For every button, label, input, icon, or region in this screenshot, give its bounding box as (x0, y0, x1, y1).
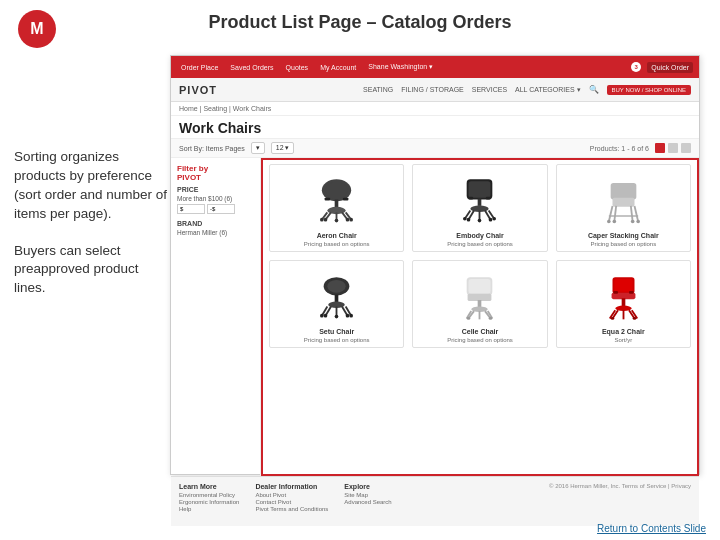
svg-rect-32 (610, 183, 636, 200)
site-footer: Learn More Environmental Policy Ergonomi… (171, 476, 699, 526)
svg-point-11 (335, 218, 339, 222)
list-view-icon[interactable] (668, 143, 678, 153)
svg-rect-31 (486, 196, 491, 199)
quick-order-btn[interactable]: Quick Order (647, 62, 693, 73)
left-text-panel: Sorting organizes products by preference… (14, 148, 169, 316)
svg-point-42 (631, 219, 635, 223)
nav-link-filing[interactable]: FILING / STORAGE (401, 86, 464, 93)
page-title: Product List Page – Catalog Orders (0, 0, 720, 41)
footer-link-sitemap[interactable]: Site Map (344, 492, 391, 498)
price-min-input[interactable] (177, 204, 205, 214)
nav-item-orderplace[interactable]: Order Place (177, 63, 222, 72)
filter-brand-item: Herman Miller (6) (177, 229, 254, 236)
nav-item-savedorders[interactable]: Saved Orders (226, 63, 277, 72)
sort-bar: Sort By: Items Pages ▾ 12 ▾ Products: 1 … (171, 138, 699, 158)
svg-point-80 (632, 317, 636, 320)
svg-rect-15 (343, 197, 349, 200)
footer-link-env[interactable]: Environmental Policy (179, 492, 239, 498)
footer-link-contact[interactable]: Contact Pivot (255, 499, 328, 505)
nav-item-myaccount[interactable]: My Account (316, 63, 360, 72)
svg-rect-58 (469, 279, 491, 294)
embody-chair-pricing: Pricing based on options (447, 241, 513, 247)
breadcrumb: Home | Seating | Work Chairs (171, 102, 699, 116)
svg-point-13 (349, 217, 353, 221)
equa2-chair-image (593, 265, 653, 325)
svg-point-39 (607, 219, 611, 223)
svg-point-26 (489, 217, 493, 221)
svg-point-40 (636, 219, 640, 223)
cart-badge[interactable]: 3 (631, 62, 641, 72)
top-nav-bar: Order Place Saved Orders Quotes My Accou… (171, 56, 699, 78)
footer-link-help[interactable]: Help (179, 506, 239, 512)
search-icon[interactable]: 🔍 (589, 85, 599, 94)
nav-item-user[interactable]: Shane Washington ▾ (364, 62, 437, 72)
products-count: Products: 1 - 6 of 6 (590, 145, 649, 152)
products-area-wrapper: Aeron Chair Pricing based on options (261, 158, 699, 476)
svg-line-37 (631, 205, 633, 221)
svg-point-55 (320, 313, 324, 317)
nav-link-seating[interactable]: SEATING (363, 86, 393, 93)
svg-rect-71 (611, 292, 635, 298)
aeron-chair-name: Aeron Chair (317, 232, 357, 239)
svg-rect-18 (478, 198, 482, 205)
svg-rect-72 (621, 298, 625, 306)
price-range-inputs (177, 204, 254, 214)
svg-point-27 (478, 218, 482, 222)
filter-brand-section: BRAND Herman Miller (6) (177, 220, 254, 236)
footer-link-terms[interactable]: Pivot Terms and Conditions (255, 506, 328, 512)
sort-dropdown[interactable]: ▾ (251, 142, 265, 154)
work-chairs-title: Work Chairs (171, 116, 699, 138)
svg-point-52 (324, 313, 328, 317)
left-block-1: Sorting organizes products by preference… (14, 148, 169, 224)
svg-point-12 (320, 217, 324, 221)
price-max-input[interactable] (207, 204, 235, 214)
footer-copy: © 2016 Herman Miller, Inc. Terms of Serv… (549, 483, 691, 489)
product-card-equa2[interactable]: Equa 2 Chair Sort/yr (556, 260, 691, 348)
svg-point-9 (324, 217, 328, 221)
footer-col-explore: Explore Site Map Advanced Search (344, 483, 391, 506)
svg-rect-33 (612, 197, 634, 206)
svg-point-1 (326, 182, 348, 199)
embody-chair-name: Embody Chair (456, 232, 503, 239)
product-grid: Aeron Chair Pricing based on options (261, 158, 699, 354)
filter-price-title: PRICE (177, 186, 254, 193)
nav-item-quotes[interactable]: Quotes (282, 63, 313, 72)
aeron-chair-pricing: Pricing based on options (304, 241, 370, 247)
svg-rect-14 (325, 197, 331, 200)
per-page-dropdown[interactable]: 12 ▾ (271, 142, 295, 154)
footer-link-ergo[interactable]: Ergonomic Information (179, 499, 239, 505)
svg-point-29 (493, 216, 497, 220)
nav-link-services[interactable]: SERVICES (472, 86, 507, 93)
product-card-celle[interactable]: Celle Chair Pricing based on options (412, 260, 547, 348)
svg-point-56 (349, 313, 353, 317)
aeron-chair-image (307, 169, 367, 229)
svg-line-36 (614, 205, 616, 221)
svg-rect-59 (468, 293, 492, 300)
filter-price-item: More than $100 (6) (177, 195, 254, 202)
product-card-caper[interactable]: Caper Stacking Chair Pricing based on op… (556, 164, 691, 252)
svg-point-79 (610, 317, 614, 320)
product-card-setu[interactable]: Setu Chair Pricing based on options (269, 260, 404, 348)
return-to-contents-link[interactable]: Return to Contents Slide (597, 523, 706, 534)
svg-point-10 (346, 217, 350, 221)
filter-brand-title: BRAND (177, 220, 254, 227)
svg-point-28 (463, 216, 467, 220)
celle-chair-pricing: Pricing based on options (447, 337, 513, 343)
product-card-embody[interactable]: Embody Chair Pricing based on options (412, 164, 547, 252)
footer-link-search[interactable]: Advanced Search (344, 499, 391, 505)
footer-explore-title: Explore (344, 483, 391, 490)
svg-rect-30 (469, 196, 474, 199)
svg-point-44 (327, 279, 345, 292)
footer-link-about[interactable]: About Pivot (255, 492, 328, 498)
nav-link-allcats[interactable]: ALL CATEGORIES ▾ (515, 86, 580, 94)
footer-dealer-title: Dealer Information (255, 483, 328, 490)
browser-mockup: Order Place Saved Orders Quotes My Accou… (170, 55, 700, 475)
product-card-aeron[interactable]: Aeron Chair Pricing based on options (269, 164, 404, 252)
svg-line-34 (609, 205, 613, 221)
footer-col-dealer: Dealer Information About Pivot Contact P… (255, 483, 328, 513)
compact-view-icon[interactable] (681, 143, 691, 153)
svg-point-25 (467, 217, 471, 221)
left-block-2: Buyers can select preapproved product li… (14, 242, 169, 299)
grid-view-icon[interactable] (655, 143, 665, 153)
buy-now-btn[interactable]: BUY NOW / SHOP ONLINE (607, 85, 691, 95)
